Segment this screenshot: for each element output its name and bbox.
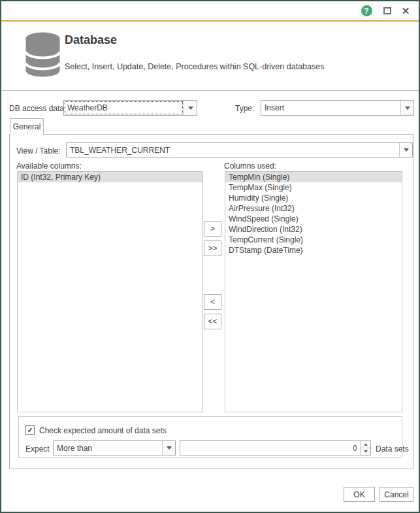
dialog-header: Database Select, Insert, Update, Delete,… (1, 22, 419, 91)
database-dialog: ? ✕ Database Select, Insert, Update, Del… (0, 0, 420, 513)
expect-label: Expect (25, 444, 50, 454)
check-expected-label: Check expected amount of data sets (39, 426, 167, 435)
tab-page-general: View / Table: TBL_WEATHER_CURRENT Availa… (9, 134, 413, 469)
checkmark-icon: ✓ (27, 426, 33, 435)
list-item[interactable]: TempMax (Single) (225, 182, 402, 193)
ok-button[interactable]: OK (344, 487, 375, 502)
view-table-value: TBL_WEATHER_CURRENT (67, 143, 399, 157)
available-columns-label: Available columns: (16, 161, 82, 171)
chevron-down-icon (399, 143, 412, 157)
help-button[interactable]: ? (357, 1, 376, 20)
remove-all-columns-button[interactable]: << (204, 314, 221, 329)
db-access-label: DB access data: (9, 104, 66, 113)
expect-value: More than (54, 441, 162, 455)
tab-general[interactable]: General (10, 118, 44, 135)
columns-used-list[interactable]: TempMin (Single)TempMax (Single)Humidity… (225, 171, 402, 412)
close-icon: ✕ (402, 6, 410, 16)
list-item[interactable]: WindDirection (Int32) (225, 224, 402, 235)
expected-datasets-group: ✓ Check expected amount of data sets Exp… (18, 416, 402, 458)
db-access-select[interactable]: WeatherDB (63, 100, 197, 116)
maximize-icon (383, 7, 391, 14)
list-item[interactable]: DTStamp (DateTime) (225, 245, 402, 256)
view-table-select[interactable]: TBL_WEATHER_CURRENT (66, 142, 413, 157)
dataset-count-input[interactable]: 0 (180, 440, 371, 455)
maximize-button[interactable] (378, 1, 396, 20)
chevron-down-icon (364, 450, 368, 453)
expect-select[interactable]: More than (53, 440, 176, 455)
available-columns-list[interactable]: ID (Int32, Primary Key) (17, 171, 203, 412)
page-title: Database (65, 33, 117, 47)
chevron-down-icon (400, 101, 413, 115)
list-item[interactable]: WindSpeed (Single) (225, 214, 402, 224)
close-button[interactable]: ✕ (396, 1, 415, 20)
spinner-down-button[interactable] (361, 448, 370, 455)
chevron-down-icon (162, 441, 175, 455)
list-item[interactable]: TempMin (Single) (225, 172, 402, 182)
list-item[interactable]: Humidity (Single) (225, 193, 402, 203)
spinner-up-button[interactable] (361, 441, 370, 448)
chevron-down-icon (184, 101, 197, 115)
list-item[interactable]: TempCurrent (Single) (225, 235, 402, 245)
page-subtitle: Select, Insert, Update, Delete, Procedur… (65, 62, 324, 71)
chevron-up-icon (364, 443, 368, 446)
view-table-label: View / Table: (16, 146, 61, 156)
dataset-count-value: 0 (180, 441, 360, 455)
list-item[interactable]: AirPressure (Int32) (225, 203, 402, 214)
type-value: Insert (261, 101, 400, 115)
add-all-columns-button[interactable]: >> (204, 240, 221, 256)
add-column-button[interactable]: > (204, 221, 221, 237)
type-select[interactable]: Insert (261, 100, 414, 116)
list-item[interactable]: ID (Int32, Primary Key) (18, 172, 202, 182)
cancel-button[interactable]: Cancel (380, 487, 413, 502)
columns-used-label: Columns used: (224, 161, 276, 171)
check-expected-checkbox[interactable]: ✓ (25, 425, 35, 435)
database-icon (25, 32, 61, 78)
remove-column-button[interactable]: < (204, 294, 221, 310)
dataset-count-spinner (360, 441, 370, 455)
data-sets-label: Data sets (376, 444, 409, 454)
type-label: Type: (235, 104, 254, 113)
tab-general-label: General (13, 122, 41, 131)
db-access-value: WeatherDB (64, 101, 184, 115)
titlebar: ? ✕ (1, 1, 419, 20)
help-icon: ? (361, 5, 372, 16)
